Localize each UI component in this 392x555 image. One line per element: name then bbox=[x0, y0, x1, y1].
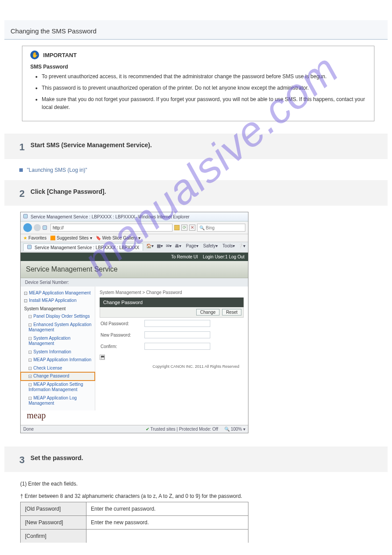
ie-favorites-bar: ★ Favorites 🟧 Suggested Sites ▾ 🔖 Web Sl… bbox=[21, 234, 248, 242]
web-slice-link[interactable]: 🔖 Web Slice Gallery ▾ bbox=[96, 236, 140, 240]
help-icon[interactable]: ❔▾ bbox=[238, 243, 245, 248]
step-3: 3 Set the password. bbox=[4, 446, 388, 472]
sidebar-item-meap-mgmt[interactable]: ▫MEAP Application Management bbox=[21, 289, 95, 297]
screenshot: Service Management Service : LBPXXXX : L… bbox=[20, 212, 248, 433]
title-rule bbox=[4, 39, 388, 40]
suggested-sites-link[interactable]: 🟧 Suggested Sites ▾ bbox=[50, 236, 92, 240]
feeds-icon[interactable]: ▦▾ bbox=[157, 243, 163, 248]
table-row: [Confirm] bbox=[21, 529, 248, 543]
mail-icon[interactable]: ✉▾ bbox=[166, 243, 172, 248]
search-field[interactable]: 🔍 Bing bbox=[197, 224, 245, 232]
old-password-input[interactable] bbox=[144, 320, 210, 327]
button-row: Change Reset bbox=[100, 307, 244, 318]
important-label: IMPORTANT bbox=[43, 52, 76, 58]
refresh-button[interactable]: ⟳ bbox=[181, 225, 187, 231]
browser-tab[interactable]: Service Management Service : LBPXXXX : L… bbox=[23, 243, 143, 251]
sidebar-item-panel[interactable]: ▫Panel Display Order Settings bbox=[21, 312, 95, 321]
step-number: 1 bbox=[19, 141, 25, 153]
confirm-label: Confirm: bbox=[101, 344, 144, 349]
ie-app-icon bbox=[23, 214, 28, 218]
sidebar-item-logmgmt[interactable]: ▫MEAP Application Log Management bbox=[21, 394, 95, 408]
step3-line1: (1) Enter the each fields. bbox=[20, 481, 388, 487]
cell-new-label: [New Password] bbox=[21, 515, 86, 529]
meap-logo: meap bbox=[21, 410, 248, 425]
sidebar-item-checklic[interactable]: ▫Check License bbox=[21, 364, 95, 373]
old-password-label: Old Password: bbox=[101, 321, 144, 326]
sms-app-title: Service Management Service bbox=[21, 261, 248, 278]
status-done: Done bbox=[23, 427, 34, 432]
safety-menu[interactable]: Safety▾ bbox=[201, 243, 218, 248]
important-subtitle: SMS Password bbox=[30, 64, 366, 70]
lock-icon bbox=[174, 225, 180, 230]
sidebar-header-system: System Management bbox=[21, 304, 95, 312]
zoom-icon[interactable]: 🔍 100% ▾ bbox=[224, 427, 245, 432]
sidebar-item-install[interactable]: ▫Install MEAP Application bbox=[21, 297, 95, 304]
important-list: To prevent unauthorized access, it is re… bbox=[42, 73, 366, 111]
new-password-input[interactable] bbox=[144, 331, 210, 338]
dagger-icon: † bbox=[20, 493, 23, 499]
print-icon[interactable]: 🖶▾ bbox=[175, 243, 181, 248]
topic-id: 0AWU-0JS bbox=[4, 13, 388, 18]
sidebar-item-sysinfo[interactable]: ▫System Information bbox=[21, 348, 95, 356]
favorites-star-icon[interactable]: ★ bbox=[23, 236, 27, 240]
stop-button[interactable]: ✕ bbox=[189, 225, 195, 231]
tools-menu[interactable]: Tools▾ bbox=[221, 243, 235, 248]
shield-icon: ✔ bbox=[146, 427, 149, 432]
step3-body: (1) Enter the each fields. † Enter betwe… bbox=[20, 481, 388, 543]
step1-link-line: "Launching SMS (Log in)" bbox=[4, 163, 388, 180]
important-bullet: To prevent unauthorized access, it is re… bbox=[42, 73, 366, 80]
table-row: [New Password] Enter the new password. bbox=[21, 515, 248, 529]
page-title: Changing the SMS Password bbox=[4, 20, 388, 39]
launch-sms-link[interactable]: "Launching SMS (Log in)" bbox=[27, 167, 87, 173]
logout-link[interactable]: Login User:1 Log Out bbox=[203, 254, 245, 259]
breadcrumb: System Management > Change Password bbox=[100, 290, 244, 295]
form-row-new: New Password: bbox=[100, 329, 244, 341]
important-bullet: This password is to prevent unauthorized… bbox=[42, 84, 366, 92]
step-number: 3 bbox=[19, 454, 25, 466]
important-box: ✋ IMPORTANT SMS Password To prevent unau… bbox=[22, 46, 374, 121]
favorites-label[interactable]: Favorites bbox=[29, 236, 47, 240]
sidebar-item-sysapp[interactable]: ▫System Application Management bbox=[21, 334, 95, 348]
collapse-icon[interactable]: ⬒ bbox=[100, 355, 105, 360]
new-password-label: New Password: bbox=[101, 333, 144, 337]
cell-confirm-label: [Confirm] bbox=[21, 529, 86, 543]
cell-confirm-desc bbox=[86, 529, 248, 543]
cell-old-desc: Enter the current password. bbox=[86, 502, 248, 515]
ie-address-bar: http:// ⟳ ✕ 🔍 Bing bbox=[21, 221, 248, 234]
home-icon[interactable]: 🏠▾ bbox=[146, 243, 154, 248]
to-remote-ui-link[interactable]: To Remote UI bbox=[171, 254, 198, 259]
table-row: [Old Password] Enter the current passwor… bbox=[21, 502, 248, 515]
step-title: Click [Change Password]. bbox=[31, 188, 106, 195]
sidebar-item-settinginfo[interactable]: ▫MEAP Application Setting Information Ma… bbox=[21, 381, 95, 394]
password-fields-table: [Old Password] Enter the current passwor… bbox=[20, 502, 248, 543]
sms-top-bar: To Remote UI Login User:1 Log Out bbox=[21, 253, 248, 261]
cell-old-label: [Old Password] bbox=[21, 502, 86, 515]
back-button[interactable] bbox=[23, 223, 32, 232]
step-1: 1 Start SMS (Service Management Service)… bbox=[4, 134, 388, 159]
url-field[interactable]: http:// bbox=[50, 224, 173, 232]
forward-button[interactable] bbox=[34, 224, 41, 231]
confirm-input[interactable] bbox=[144, 343, 210, 350]
device-serial-label: Device Serial Number: bbox=[21, 278, 248, 287]
hand-icon: ✋ bbox=[30, 51, 39, 59]
ie-command-bar: 🏠▾ ▦▾ ✉▾ 🖶▾ Page▾ Safety▾ Tools▾ ❔▾ bbox=[144, 243, 245, 251]
ie-tab-icon bbox=[27, 245, 32, 249]
dagger-note: Enter between 8 and 32 alphanumeric char… bbox=[25, 493, 242, 499]
sms-sidebar: ▫MEAP Application Management ▫Install ME… bbox=[21, 287, 95, 410]
sidebar-item-meapinfo[interactable]: ▫MEAP Application Information bbox=[21, 356, 95, 364]
sms-main-pane: System Management > Change Password Chan… bbox=[95, 287, 248, 410]
form-row-confirm: Confirm: bbox=[100, 341, 244, 352]
page-menu[interactable]: Page▾ bbox=[184, 243, 198, 248]
copyright-text: Copyright CANON INC. 2011 All Rights Res… bbox=[100, 360, 244, 370]
window-title-text: Service Management Service : LBPXXXX : L… bbox=[31, 214, 190, 219]
ie-page-icon bbox=[43, 225, 47, 230]
sidebar-item-enhanced[interactable]: ▫Enhanced System Application Management bbox=[21, 321, 95, 334]
reset-button[interactable]: Reset bbox=[222, 309, 241, 316]
form-row-old: Old Password: bbox=[100, 318, 244, 329]
pane-header: Change Password bbox=[100, 297, 244, 307]
ie-tab-row: Service Management Service : LBPXXXX : L… bbox=[21, 242, 248, 253]
step-number: 2 bbox=[19, 188, 25, 200]
sidebar-item-change-password[interactable]: ▪Change Password bbox=[21, 372, 95, 381]
change-button[interactable]: Change bbox=[196, 309, 219, 316]
important-bullet: Make sure that you do not forget your pa… bbox=[42, 95, 366, 111]
